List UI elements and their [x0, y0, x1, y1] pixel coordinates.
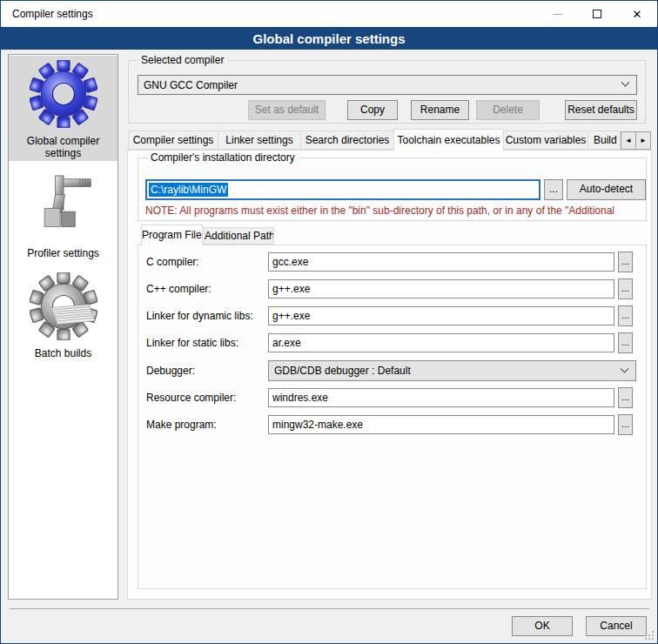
- bin-note-text: NOTE: All programs must exist either in …: [145, 205, 644, 217]
- debugger-dropdown[interactable]: GDB/CDB debugger : Default: [268, 360, 636, 381]
- group-legend: Compiler's installation directory: [147, 151, 299, 164]
- tab-linker-settings[interactable]: Linker settings: [218, 131, 301, 150]
- browse-resource-compiler-button[interactable]: ...: [618, 387, 633, 408]
- browse-install-dir-button[interactable]: ...: [544, 179, 563, 200]
- selected-compiler-dropdown[interactable]: GNU GCC Compiler: [138, 75, 637, 95]
- field-row-resource-compiler: Resource compiler: ...: [138, 387, 646, 410]
- field-label: C++ compiler:: [146, 278, 268, 299]
- sidebar-item-batch-builds[interactable]: Batch builds: [9, 268, 118, 366]
- dialog-body: Global compiler settings: [1, 50, 657, 643]
- toolchain-executables-page: Compiler's installation directory C:\ray…: [127, 150, 652, 600]
- titlebar: Compiler settings ✕: [1, 1, 657, 27]
- close-button[interactable]: ✕: [617, 1, 657, 27]
- rename-button[interactable]: Rename: [411, 100, 469, 120]
- field-label: Resource compiler:: [146, 387, 268, 408]
- sidebar-item-label: Global compiler settings: [9, 135, 118, 159]
- cpp-compiler-input[interactable]: [268, 279, 614, 299]
- browse-static-linker-button[interactable]: ...: [618, 332, 633, 353]
- resize-grip[interactable]: [644, 630, 655, 643]
- field-label: C compiler:: [146, 252, 268, 272]
- compiler-settings-dialog: Compiler settings ✕ Global compiler sett…: [0, 0, 658, 644]
- tab-custom-variables[interactable]: Custom variables: [503, 131, 588, 150]
- field-row-dynamic-linker: Linker for dynamic libs: ...: [138, 305, 646, 328]
- browse-c-compiler-button[interactable]: ...: [618, 252, 633, 272]
- sidebar-item-label: Profiler settings: [27, 247, 99, 259]
- group-legend: Selected compiler: [138, 54, 227, 67]
- tab-scroll-right-button[interactable]: ►: [635, 131, 651, 150]
- browse-dynamic-linker-button[interactable]: ...: [618, 305, 633, 326]
- field-row-debugger: Debugger: GDB/CDB debugger : Default: [138, 360, 646, 383]
- minimize-icon: [553, 14, 562, 15]
- footer-divider: [10, 608, 649, 609]
- installation-directory-group: Compiler's installation directory C:\ray…: [138, 158, 647, 221]
- ok-button[interactable]: OK: [512, 616, 573, 636]
- caliper-icon: [30, 172, 97, 243]
- field-label: Linker for static libs:: [146, 332, 268, 353]
- c-compiler-input[interactable]: [268, 252, 614, 272]
- window-title: Compiler settings: [1, 8, 93, 20]
- program-files-page: C compiler: ... C++ compiler: ... Linker…: [138, 245, 647, 589]
- tab-build-options[interactable]: Build options: [588, 131, 621, 150]
- delete-button: Delete: [476, 100, 540, 120]
- sidebar-item-profiler-settings[interactable]: Profiler settings: [9, 168, 118, 261]
- browse-cpp-compiler-button[interactable]: ...: [618, 278, 633, 299]
- selected-compiler-value: GNU GCC Compiler: [144, 79, 238, 91]
- make-program-input[interactable]: [268, 415, 614, 434]
- chevron-down-icon: [621, 78, 630, 87]
- minimize-button[interactable]: [537, 1, 577, 27]
- sidebar-item-label: Batch builds: [35, 347, 91, 359]
- maximize-icon: [593, 10, 601, 18]
- window-controls: ✕: [537, 1, 657, 27]
- blue-gear-icon: [30, 60, 97, 131]
- copy-button[interactable]: Copy: [347, 100, 398, 120]
- maximize-button[interactable]: [577, 1, 617, 27]
- browse-make-program-button[interactable]: ...: [618, 414, 633, 435]
- field-row-make-program: Make program: ...: [138, 414, 646, 437]
- tab-search-directories[interactable]: Search directories: [300, 131, 394, 150]
- settings-category-list: Global compiler settings: [8, 54, 118, 600]
- install-dir-selected-text: C:\raylib\MinGW: [149, 183, 228, 197]
- subtab-program-files[interactable]: Program Files: [141, 225, 203, 245]
- static-linker-input[interactable]: [268, 333, 614, 352]
- field-label: Make program:: [146, 414, 268, 435]
- dynamic-linker-input[interactable]: [268, 306, 614, 325]
- sidebar-item-global-compiler-settings[interactable]: Global compiler settings: [9, 56, 118, 161]
- cancel-button[interactable]: Cancel: [586, 616, 647, 636]
- field-row-c-compiler: C compiler: ...: [138, 252, 646, 274]
- tab-scroll-left-button[interactable]: ◄: [621, 131, 636, 150]
- close-icon: ✕: [633, 9, 642, 20]
- field-row-cpp-compiler: C++ compiler: ...: [138, 278, 646, 301]
- selected-compiler-group: Selected compiler GNU GCC Compiler Set a…: [128, 60, 646, 124]
- field-label: Linker for dynamic libs:: [146, 305, 268, 326]
- field-label: Debugger:: [146, 360, 268, 381]
- tab-toolchain-executables[interactable]: Toolchain executables: [393, 129, 504, 151]
- field-row-static-linker: Linker for static libs: ...: [138, 332, 646, 355]
- page-title: Global compiler settings: [252, 31, 405, 46]
- resource-compiler-input[interactable]: [268, 388, 614, 407]
- install-dir-input[interactable]: C:\raylib\MinGW: [145, 179, 540, 200]
- debugger-value: GDB/CDB debugger : Default: [274, 365, 411, 377]
- subtab-additional-paths[interactable]: Additional Paths: [204, 227, 274, 245]
- banner: Global compiler settings: [1, 27, 657, 50]
- reset-defaults-button[interactable]: Reset defaults: [565, 100, 637, 120]
- auto-detect-button[interactable]: Auto-detect: [567, 179, 646, 200]
- gray-gear-papers-icon: [30, 272, 97, 343]
- set-as-default-button: Set as default: [248, 100, 326, 120]
- tab-compiler-settings[interactable]: Compiler settings: [128, 131, 218, 150]
- chevron-down-icon: [621, 364, 629, 372]
